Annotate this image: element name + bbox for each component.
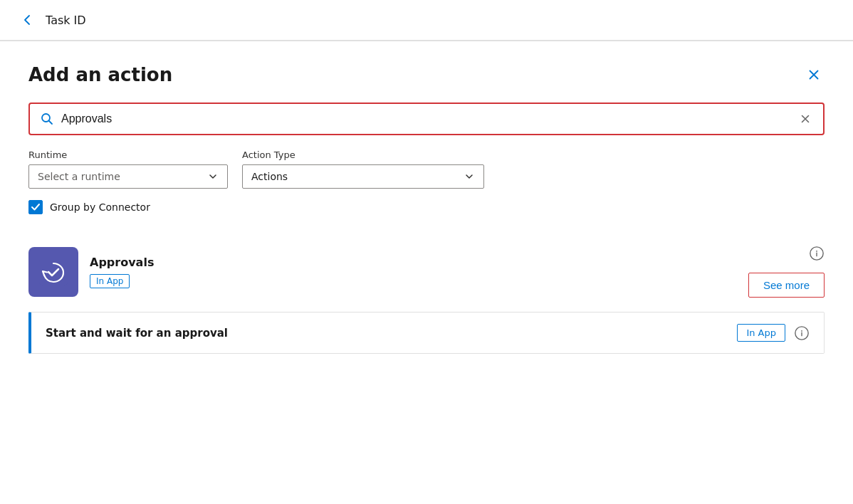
connector-in-app-badge: In App [90,274,130,288]
action-type-label: Action Type [242,149,484,160]
search-input[interactable] [61,112,790,125]
runtime-select[interactable]: Select a runtime [28,164,228,189]
dialog-close-button[interactable] [803,64,825,85]
search-container [28,103,825,135]
connector-info-button[interactable] [809,246,825,261]
svg-point-0 [42,114,50,122]
group-by-connector-row: Group by Connector [28,200,825,214]
main-content: Add an action Runtime Select a runtime [0,41,853,377]
action-item[interactable]: Start and wait for an approval In App [28,312,825,354]
group-by-connector-label: Group by Connector [50,201,150,213]
action-type-chevron-icon [464,171,475,182]
action-item-right: In App [737,324,810,342]
runtime-select-value: Select a runtime [38,171,202,182]
search-icon [40,112,54,126]
connector-icon [28,247,78,297]
runtime-label: Runtime [28,149,228,160]
connector-card: Approvals In App See more [28,234,825,309]
runtime-filter-group: Runtime Select a runtime [28,149,228,189]
filters-row: Runtime Select a runtime Action Type Act… [28,149,825,189]
connector-actions: See more [748,246,825,298]
see-more-button[interactable]: See more [748,273,825,298]
action-type-filter-group: Action Type Actions [242,149,484,189]
action-item-info-button[interactable] [794,325,810,341]
search-clear-button[interactable] [797,111,813,127]
action-type-select[interactable]: Actions [242,164,484,189]
connector-info: Approvals In App [90,256,737,288]
group-by-connector-checkbox[interactable] [28,200,43,214]
action-item-label: Start and wait for an approval [46,327,737,340]
runtime-chevron-icon [207,171,219,182]
header: Task ID [0,0,853,41]
dialog-title: Add an action [28,64,172,85]
header-title: Task ID [46,14,86,27]
back-button[interactable] [17,10,37,30]
action-type-select-value: Actions [251,171,458,182]
dialog-header: Add an action [28,64,825,85]
connector-name: Approvals [90,256,737,269]
action-item-in-app-badge: In App [737,324,785,342]
